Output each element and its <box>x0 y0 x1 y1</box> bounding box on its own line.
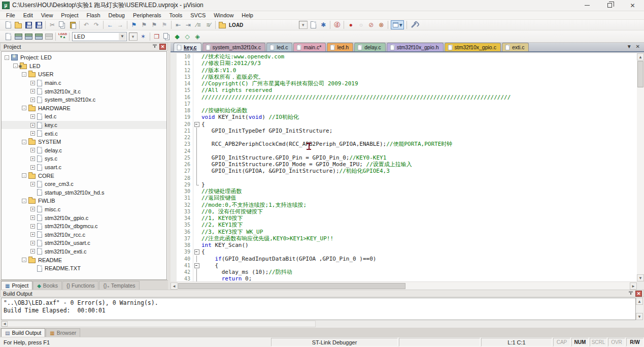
breakpoint-margin[interactable] <box>171 262 177 269</box>
breakpoint-margin[interactable] <box>171 188 177 195</box>
breakpoint-margin[interactable] <box>171 161 177 168</box>
menu-flash[interactable]: Flash <box>83 12 105 19</box>
breakpoint-margin[interactable] <box>171 53 177 60</box>
tab--templates[interactable]: {}₊ Templates <box>99 281 139 290</box>
scroll-left-arrow[interactable]: ◄ <box>2 321 8 327</box>
build-output-hscroll[interactable]: ◄ <box>1 321 316 327</box>
paste-icon[interactable] <box>67 20 78 29</box>
breakpoint-margin[interactable] <box>171 269 177 275</box>
doc-tab-stm32f10x-gpio-h[interactable]: stm32f10x_gpio.h <box>387 43 444 51</box>
menu-edit[interactable]: Edit <box>19 12 37 19</box>
disable-breakpoints-icon[interactable]: ⊘ <box>366 20 376 29</box>
tree-item-usart-c[interactable]: +usart.c <box>2 163 166 172</box>
breakpoint-margin[interactable] <box>171 141 177 147</box>
configure-tools-icon[interactable] <box>409 20 419 29</box>
scroll-down-arrow[interactable]: ▼ <box>636 313 643 320</box>
rebuild-icon[interactable] <box>23 32 33 41</box>
navigate-back-icon[interactable]: ← <box>105 20 115 29</box>
tree-item-project-led[interactable]: -Project: LED <box>2 53 166 62</box>
tree-item-key-c[interactable]: +key.c <box>2 121 166 130</box>
tree-item-led-c[interactable]: +led.c <box>2 112 166 121</box>
tree-item-main-c[interactable]: +main.c <box>2 79 166 87</box>
collapse-icon[interactable]: - <box>22 140 26 144</box>
expand-icon[interactable]: + <box>30 98 35 102</box>
target-dropdown[interactable]: ▾ <box>128 32 138 41</box>
breakpoint-margin[interactable] <box>171 256 177 262</box>
goto-reference-icon[interactable]: ✱ <box>318 20 328 29</box>
expand-icon[interactable]: + <box>30 215 35 220</box>
menu-file[interactable]: File <box>2 12 19 19</box>
tree-item-stm32f10x-dbgmcu-c[interactable]: +stm32f10x_dbgmcu.c <box>2 222 166 231</box>
breakpoint-margin[interactable] <box>171 87 177 93</box>
code-editor[interactable]: 10//技术论坛:www.openedv.com11//修改日期:2012/9/… <box>171 53 637 281</box>
collapse-icon[interactable]: - <box>22 106 26 110</box>
stop-build-icon[interactable] <box>44 32 54 41</box>
tree-item-stm32f10x-it-c[interactable]: +stm32f10x_it.c <box>2 87 166 96</box>
tree-item-stm32f10x-exti-c[interactable]: +stm32f10x_exti.c <box>2 247 166 256</box>
tree-item-sys-c[interactable]: +sys.c <box>2 154 166 163</box>
target-select-combo[interactable]: LED▼ <box>72 32 127 41</box>
indent-left-icon[interactable]: ⇤ <box>173 20 183 29</box>
horizontal-scroll-thumb[interactable] <box>178 283 405 289</box>
tree-item-led[interactable]: -LED <box>2 62 166 71</box>
bookmark-clear-icon[interactable]: ⚑ <box>159 20 170 29</box>
tree-item-user[interactable]: -USER <box>2 70 166 79</box>
breakpoint-margin[interactable] <box>171 121 177 128</box>
breakpoint-margin[interactable] <box>171 235 177 242</box>
doc-tab-system-stm32f10x-c[interactable]: system_stm32f10x.c <box>202 43 266 51</box>
find-in-files-icon[interactable] <box>308 20 318 29</box>
breakpoint-margin[interactable] <box>171 215 177 222</box>
expand-icon[interactable]: + <box>30 156 35 161</box>
breakpoint-margin[interactable] <box>171 275 177 281</box>
expand-icon[interactable]: + <box>30 224 35 229</box>
copy-icon[interactable] <box>57 20 67 29</box>
build-output-scrollbar[interactable]: ▲ ▼ <box>636 298 643 320</box>
flash-download-icon[interactable] <box>217 20 227 29</box>
tab-books[interactable]: ◆Books <box>33 281 62 290</box>
expand-icon[interactable]: + <box>30 249 35 254</box>
uncomment-icon[interactable]: ≡∕ <box>204 20 214 29</box>
fold-marker[interactable] <box>193 121 199 128</box>
doc-tab-led-h[interactable]: led.h <box>327 43 353 51</box>
cut-icon[interactable]: ✂ <box>47 20 57 29</box>
tree-item-readme[interactable]: -README <box>2 256 166 264</box>
new-file-icon[interactable] <box>3 20 13 29</box>
doc-tab-main-c-[interactable]: main.c* <box>293 43 326 51</box>
tab-list-dropdown-icon[interactable]: ▼ <box>627 44 632 49</box>
tree-item-exti-c[interactable]: +exti.c <box>2 129 166 138</box>
expand-icon[interactable]: + <box>30 148 35 152</box>
editor-vertical-scrollbar[interactable]: ▲ ▼ <box>637 53 644 281</box>
menu-peripherals[interactable]: Peripherals <box>129 12 165 19</box>
tree-item-delay-c[interactable]: +delay.c <box>2 146 166 155</box>
breakpoint-margin[interactable] <box>171 107 177 114</box>
expand-icon[interactable]: + <box>30 241 35 245</box>
project-panel-close-icon[interactable]: ✕ <box>159 44 166 50</box>
expand-icon[interactable]: + <box>30 131 35 136</box>
breakpoint-margin[interactable] <box>171 128 177 134</box>
breakpoint-margin[interactable] <box>171 195 177 201</box>
bookmark-prev-icon[interactable]: ⚑ <box>139 20 149 29</box>
collapse-icon[interactable]: - <box>22 199 26 203</box>
undo-icon[interactable]: ↶ <box>81 20 91 29</box>
navigate-forward-icon[interactable]: → <box>115 20 125 29</box>
menu-debug[interactable]: Debug <box>105 12 129 19</box>
save-icon[interactable] <box>23 20 33 29</box>
expand-icon[interactable]: + <box>30 81 35 85</box>
enable-breakpoint-icon[interactable]: ○ <box>356 20 366 29</box>
breakpoint-margin[interactable] <box>171 202 177 208</box>
breakpoint-margin[interactable] <box>171 101 177 107</box>
run-time-environment-icon[interactable]: ◈ <box>192 32 202 41</box>
options-for-target-icon[interactable]: ✶ <box>138 32 148 41</box>
expand-icon[interactable]: + <box>30 114 35 119</box>
expand-icon[interactable]: + <box>30 232 35 237</box>
vertical-scroll-thumb[interactable] <box>637 61 643 87</box>
environment-icon[interactable]: ◇ <box>182 32 192 41</box>
project-tree[interactable]: -Project: LED-LED-USER+main.c+stm32f10x_… <box>1 51 167 280</box>
collapse-icon[interactable]: - <box>13 64 18 68</box>
comment-icon[interactable]: ∕≡ <box>193 20 204 29</box>
redo-icon[interactable]: ↷ <box>91 20 101 29</box>
pin-icon[interactable] <box>628 291 634 297</box>
expand-icon[interactable]: + <box>30 182 35 186</box>
menu-help[interactable]: Help <box>238 12 257 19</box>
collapse-icon[interactable]: - <box>22 173 26 178</box>
